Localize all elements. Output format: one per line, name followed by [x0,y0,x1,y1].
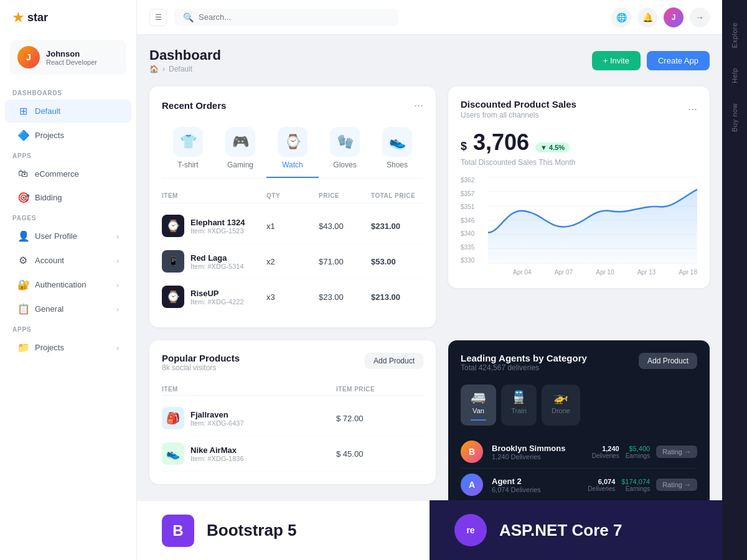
add-product-dark-button[interactable]: Add Product [639,353,697,369]
order-qty: x2 [266,257,319,266]
deliveries-label: Deliveries [592,452,619,459]
sidebar-item-user-profile[interactable]: 👤 User Profile › [5,225,131,248]
list-icon: 📋 [17,303,29,315]
col-total: TOTAL PRICE [371,192,423,199]
sales-menu-icon[interactable]: ··· [688,103,697,116]
earnings-label: Earnings [626,518,650,525]
chart-x-axis: Apr 04 Apr 07 Apr 10 Apr 13 Apr 18 [488,269,697,276]
table-header: ITEM QTY PRICE TOTAL PRICE [162,189,423,203]
rating-button[interactable]: Rating → [656,478,697,491]
page-actions: + Invite Create App [592,51,710,70]
notification-button[interactable]: 🔔 [637,7,657,27]
col-item: ITEM [162,192,266,199]
breadcrumb-item: Default [169,65,192,73]
explore-tab[interactable]: Explore [725,12,745,58]
buy-now-tab[interactable]: Buy now [725,93,745,142]
order-item-image: 📱 [162,250,184,273]
order-price: $43.00 [319,222,371,231]
sidebar-item-default[interactable]: ⊞ Default [5,100,131,123]
table-row: ⌚ RiseUP Item: #XDG-4222 x3 $23.00 $213.… [162,279,423,315]
table-row: 📱 Red Laga Item: #XDG-5314 x2 $71.00 $53… [162,244,423,279]
chevron-icon: › [116,257,119,264]
help-tab[interactable]: Help [725,58,745,93]
diamond-icon: 🔷 [17,129,29,141]
category-tab-tshirt[interactable]: 👕 T-shirt [162,122,214,178]
user-role: React Developer [46,58,97,66]
arrow-button[interactable]: → [690,7,710,27]
sidebar-item-general[interactable]: 📋 General › [5,297,131,320]
card-header: Recent Orders ··· [162,99,423,112]
sales-number: 3,706 [473,129,529,156]
chevron-icon: › [116,281,119,289]
shoes-icon: 👟 [382,127,412,157]
order-total: $53.00 [371,257,423,266]
invite-button[interactable]: + Invite [592,51,641,70]
tab-label: Gloves [333,161,356,169]
y-label: $346 [461,217,483,224]
agent-tab-train[interactable]: 🚆 Train [501,385,537,426]
tab-label: Drone [552,407,570,414]
sales-title: Discounted Product Sales [461,99,576,110]
chevron-icon: › [116,306,119,313]
x-label: Apr 10 [596,269,614,276]
card-menu-icon[interactable]: ··· [414,99,423,112]
category-tab-gaming[interactable]: 🎮 Gaming [214,122,266,178]
col-price: PRICE [319,192,371,199]
sidebar-item-authentication[interactable]: 🔐 Authentication › [5,273,131,296]
rating-button[interactable]: Rating → [656,511,697,524]
sales-label: Total Discounted Sales This Month [461,158,697,167]
sales-currency: $ [461,140,467,153]
create-app-button[interactable]: Create App [647,51,710,70]
sidebar-item-bidding[interactable]: 🎯 Bidding [5,186,131,209]
sidebar-item-apps-projects[interactable]: 📁 Projects › [5,336,131,359]
drone-icon: 🚁 [553,390,568,404]
order-price: $23.00 [319,292,371,302]
card-header: Discounted Product Sales Users from all … [461,99,697,119]
sidebar-item-label: Projects [35,131,119,140]
category-tab-watch[interactable]: ⌚ Watch [266,122,319,178]
collapse-button[interactable]: ☰ [149,9,167,26]
x-label: Apr 18 [679,269,697,276]
header: ☰ 🔍 🌐 🔔 J → [137,0,722,35]
tshirt-icon: 👕 [173,127,203,157]
earnings-label: Earnings [626,452,650,459]
tab-label: T-shirt [177,161,198,169]
product-id: Item: #XDG-1836 [190,455,244,462]
watch-icon: ⌚ [278,127,308,157]
order-total: $231.00 [371,222,423,231]
user-card[interactable]: J Johnson React Developer [10,40,126,75]
sidebar-item-account[interactable]: ⚙ Account › [5,249,131,272]
popular-title: Popular Products [162,353,240,363]
col-price: ITEM PRICE [336,386,423,393]
agent-earnings: $2,737 [626,511,650,518]
globe-button[interactable]: 🌐 [611,7,631,27]
page-title: Dashboard [149,47,221,63]
sidebar-item-projects[interactable]: 🔷 Projects [5,124,131,147]
product-id: Item: #XDG-6437 [190,419,244,427]
order-qty: x1 [266,222,319,231]
tab-label: Gaming [227,161,253,169]
table-row: 🎒 Fjallraven Item: #XDG-6437 $ 72.00 [162,401,423,436]
category-tab-gloves[interactable]: 🧤 Gloves [319,122,371,178]
section-dashboards: DASHBOARDS [0,85,136,99]
order-item-image: ⌚ [162,286,184,308]
product-image: 👟 [162,442,184,465]
section-apps2: APPS [0,321,136,335]
agent-tab-drone[interactable]: 🚁 Drone [542,385,580,426]
category-tab-shoes[interactable]: 👟 Shoes [371,122,423,178]
sales-amount: $ 3,706 ▼ 4.5% [461,129,697,156]
chart-area: Apr 04 Apr 07 Apr 10 Apr 13 Apr 18 [488,177,697,276]
search-box[interactable]: 🔍 [174,9,398,26]
sidebar-item-ecommerce[interactable]: 🛍 eCommerce [5,162,131,185]
add-product-button[interactable]: Add Product [365,353,423,369]
product-name: Fjallraven [190,410,244,419]
earnings-label: Earnings [621,485,650,492]
popular-products-card: Popular Products 8k social visitors Add … [149,340,436,484]
search-input[interactable] [199,12,390,22]
agent-avatar: A [461,474,483,496]
header-avatar[interactable]: J [664,7,684,27]
rating-button[interactable]: Rating → [656,446,697,458]
agent-tab-van[interactable]: 🚐 Van [461,385,496,426]
section-apps: APPS [0,147,136,162]
deliveries-label: Deliveries [592,518,619,525]
